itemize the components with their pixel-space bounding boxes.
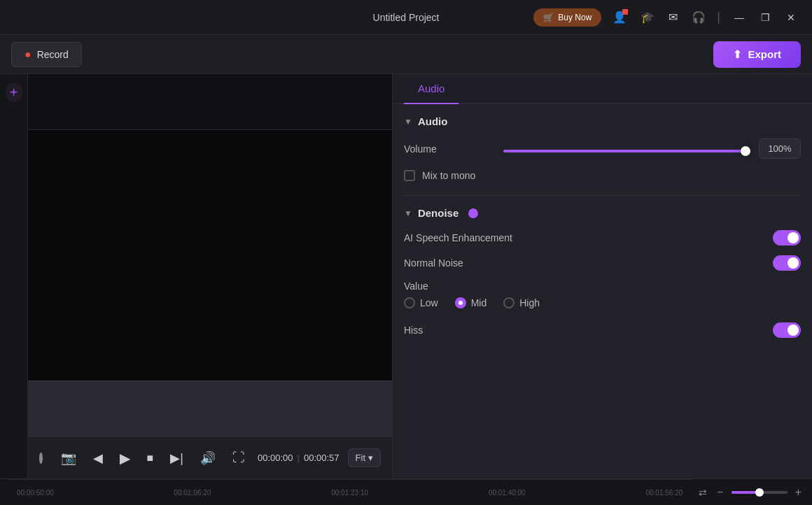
swap-icon: ⇄	[699, 487, 707, 498]
audio-section-header[interactable]: ▼ Audio	[404, 115, 801, 127]
export-label: Export	[748, 48, 781, 60]
radio-low-circle	[404, 297, 415, 308]
rewind-icon: ◀	[93, 450, 103, 466]
close-button[interactable]: ✕	[781, 9, 801, 26]
audio-arrow-icon: ▼	[404, 117, 412, 127]
stop-button[interactable]: ■	[143, 449, 158, 467]
window-title: Untitled Project	[373, 12, 440, 23]
timeline-area: 00:00:50:00 00:01:06:20 00:01:23:10 00:0…	[0, 478, 812, 505]
graduation-icon-button[interactable]: 🎓	[638, 8, 657, 27]
maximize-button[interactable]: ❐	[755, 9, 776, 26]
export-button[interactable]: ⬆ Export	[713, 41, 801, 68]
normal-noise-toggle[interactable]	[773, 255, 801, 271]
hiss-toggle[interactable]	[773, 322, 801, 338]
value-label: Value	[404, 280, 801, 292]
volume-value: 100%	[759, 138, 801, 159]
ai-speech-row: AI Speech Enhancement	[404, 230, 801, 246]
plus-icon: +	[6, 83, 22, 102]
ai-speech-toggle-knob	[788, 232, 799, 243]
record-label: Record	[37, 49, 69, 60]
record-dot-icon: ●	[24, 48, 31, 61]
ruler-tick-1: 00:00:50:00	[17, 489, 54, 497]
fullscreen-button[interactable]: ⛶	[228, 448, 249, 468]
preview-and-controls: 📷 ◀ ▶ ■ ▶| 🔊 ⛶	[28, 74, 392, 478]
radio-mid[interactable]: Mid	[455, 297, 487, 308]
preview-bottom	[28, 380, 392, 436]
mix-mono-label: Mix to mono	[422, 170, 475, 181]
buy-now-button[interactable]: 🛒 Buy Now	[533, 8, 601, 27]
time-total: 00:00:57	[304, 453, 340, 463]
play-button[interactable]: ▶	[115, 447, 134, 469]
zoom-out-button[interactable]: −	[715, 484, 725, 501]
mail-icon-button[interactable]: ✉	[666, 8, 680, 27]
zoom-in-button[interactable]: +	[793, 484, 804, 501]
denoise-arrow-icon: ▼	[404, 208, 412, 218]
screenshot-button[interactable]: 📷	[57, 448, 80, 469]
volume-slider[interactable]	[503, 150, 750, 152]
minimize-button[interactable]: —	[729, 9, 750, 26]
fit-dropdown[interactable]: Fit ▾	[348, 448, 381, 467]
tab-audio[interactable]: Audio	[404, 74, 458, 104]
mail-icon: ✉	[668, 10, 678, 24]
mix-mono-checkbox[interactable]	[404, 170, 415, 181]
panel-content: ▼ Audio Volume 100% Mix to mono	[393, 104, 812, 478]
mix-mono-row: Mix to mono	[404, 170, 801, 181]
ai-speech-label: AI Speech Enhancement	[404, 232, 512, 243]
ai-speech-toggle[interactable]	[773, 230, 801, 246]
radio-high-label: High	[519, 297, 540, 308]
left-strip: +	[0, 74, 28, 478]
right-panel: Audio ▼ Audio Volume 100%	[392, 74, 812, 478]
volume-button[interactable]: 🔊	[196, 448, 220, 469]
value-subsection: Value Low Mid	[404, 280, 801, 308]
zoom-out-icon: −	[717, 486, 723, 498]
audio-section-title: Audio	[418, 115, 448, 127]
audio-section: ▼ Audio Volume 100% Mix to mono	[404, 115, 801, 181]
toolbar: ● Record ⬆ Export	[0, 35, 812, 74]
forward-button[interactable]: ▶|	[166, 448, 188, 469]
volume-slider-container	[503, 143, 750, 155]
noise-value-radio-group: Low Mid High	[404, 297, 801, 308]
volume-icon: 🔊	[200, 450, 216, 466]
zoom-in-icon: +	[795, 486, 802, 498]
rewind-button[interactable]: ◀	[89, 448, 107, 469]
radio-high-circle	[503, 297, 514, 308]
titlebar-right: 🛒 Buy Now 👤 🎓 ✉ 🎧 | — ❐ ✕	[533, 8, 801, 27]
time-separator: |	[298, 453, 300, 463]
playback-thumb[interactable]	[39, 453, 43, 464]
camera-icon: 📷	[61, 450, 76, 466]
titlebar: Untitled Project 🛒 Buy Now 👤 🎓 ✉ 🎧 | —	[0, 0, 812, 35]
time-display: 00:00:00 | 00:00:57	[258, 453, 340, 463]
account-icon-button[interactable]: 👤	[610, 8, 629, 27]
cart-icon: 🛒	[543, 13, 554, 22]
radio-mid-label: Mid	[471, 297, 487, 308]
denoise-section-header[interactable]: ▼ Denoise	[404, 207, 801, 219]
volume-label: Volume	[404, 143, 495, 155]
preview-main	[28, 130, 392, 380]
radio-high[interactable]: High	[503, 297, 540, 308]
playback-bar: 📷 ◀ ▶ ■ ▶| 🔊 ⛶	[28, 436, 392, 478]
headset-icon-button[interactable]: 🎧	[689, 8, 708, 27]
hiss-row: Hiss	[404, 322, 801, 338]
hiss-toggle-knob	[788, 325, 799, 336]
section-divider	[404, 195, 801, 196]
fit-label: Fit	[356, 453, 365, 463]
radio-low[interactable]: Low	[404, 297, 438, 308]
buy-now-label: Buy Now	[558, 13, 592, 22]
record-button[interactable]: ● Record	[11, 42, 82, 67]
graduation-icon: 🎓	[640, 10, 654, 24]
ruler-tick-5: 00:01:56:20	[645, 489, 682, 497]
swap-button[interactable]: ⇄	[696, 485, 709, 500]
left-strip-button[interactable]: +	[1, 80, 27, 105]
radio-mid-circle	[455, 297, 466, 308]
play-icon: ▶	[120, 450, 130, 467]
ruler-tick-2: 00:01:06:20	[174, 489, 211, 497]
zoom-slider[interactable]	[732, 491, 788, 494]
normal-noise-toggle-knob	[788, 257, 799, 269]
timeline-ruler: 00:00:50:00 00:01:06:20 00:01:23:10 00:0…	[8, 479, 691, 506]
volume-row: Volume 100%	[404, 138, 801, 159]
radio-low-label: Low	[420, 297, 438, 308]
hiss-label: Hiss	[404, 325, 423, 336]
window-controls: — ❐ ✕	[729, 9, 801, 26]
timeline-controls: ⇄ − +	[696, 484, 804, 501]
denoise-section: ▼ Denoise AI Speech Enhancement Normal N…	[404, 207, 801, 338]
